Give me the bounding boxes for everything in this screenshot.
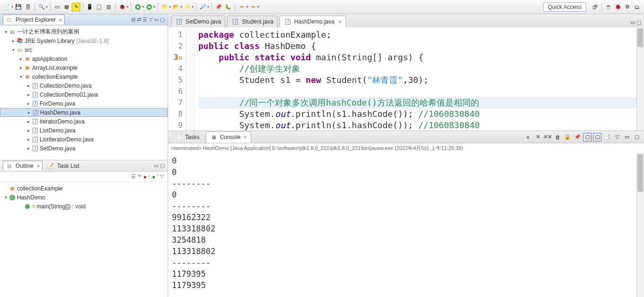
minimize-icon[interactable]: ▭ [154,16,159,23]
scroll-lock-icon[interactable]: 🔒 [563,133,572,141]
remove-all-icon[interactable]: ✖✖ [543,133,552,141]
tasklist-title: Task List [57,163,79,169]
run-icon[interactable] [134,3,142,11]
hide-static-icon[interactable]: ˢ [148,173,150,180]
menu-icon[interactable]: ▽ [160,173,164,180]
maximize-icon[interactable]: ▢ [633,133,641,141]
new-console-icon[interactable]: 📑 [603,133,611,141]
menu-icon[interactable]: ▽ [613,133,621,141]
line-gutter: 123▫456789 [168,27,186,131]
project-explorer-tab[interactable]: 🗀 Project Explorer ✕ [3,15,65,25]
tree-package[interactable]: ▾▣collectionExample [0,72,168,81]
editor-scrollbar[interactable] [636,27,644,131]
tree-package[interactable]: ▸▣apiApplication [0,54,168,63]
minimize-icon[interactable]: ▭ [623,133,631,141]
minimize-icon[interactable]: ▭ [154,163,159,169]
tree-file-selected[interactable]: ▸🄹HashDemo.java [0,108,168,117]
folder-new-icon[interactable]: 📁 [161,3,169,11]
close-icon[interactable]: ✕ [36,164,40,169]
tree-file[interactable]: ▸🄹IteratorDemo.java [0,117,168,126]
tree-project[interactable]: ▾🗁一计之长博客用到的案例 [0,27,168,36]
tree-jre[interactable]: ▸📚JRE System Library [JavaSE-1.8] [0,36,168,45]
folder-open-icon[interactable]: 📂 [172,3,180,11]
hide-fields-icon[interactable]: ● [144,174,147,180]
persp-res-icon[interactable]: 🗂 [633,3,641,11]
code-editor[interactable]: package collectionExample; public class … [195,27,644,131]
tasklist-tab[interactable]: 📝 Task List [44,161,82,171]
outline-tab[interactable]: ⊟ Outline ✕ [3,161,42,171]
hide-local-icon[interactable]: ˡ [157,173,158,180]
task-icon[interactable]: 🐛 [224,3,232,11]
java-file-icon: 🄹 [31,118,39,125]
maximize-icon[interactable]: ▢ [160,163,165,169]
console-tabs-bar: 📄Tasks 🖥Console✕ ■ ✖ ✖✖ 🗑 🔒 📌 🖵 🖵 📑 ▽ ▭ … [168,131,644,143]
pin-console-icon[interactable]: 📌 [573,133,582,141]
console-output[interactable]: 0 0 -------- 0 -------- 99162322 1133188… [168,153,644,297]
tree-file[interactable]: ▸🄹ListIteratorDemo.java [0,135,168,144]
open-console-icon[interactable]: 🖵 [593,133,602,141]
editor-tab[interactable]: 🄹SetDemo.java [171,16,225,27]
tree-src[interactable]: ▾🗁src [0,45,168,54]
quick-access[interactable]: Quick Access [543,2,586,12]
console-scrollbar[interactable] [636,153,644,297]
save-icon[interactable]: 💾 [14,3,23,11]
persp-debug-icon[interactable]: 🐞 [614,3,622,11]
search-icon[interactable]: 🔍 [37,3,46,11]
editor-tab[interactable]: 🄹Student.java [227,16,278,27]
maximize-icon[interactable]: ▢ [636,19,641,25]
package-icon: ▣ [8,185,16,192]
menu-icon[interactable]: ▽ [149,16,153,23]
remove-launch-icon[interactable]: ✖ [534,133,542,141]
package-icon: ▣ [24,55,31,63]
grid-icon[interactable]: ▥ [104,3,113,11]
tree-package[interactable]: ▸▣ArrayList.example [0,63,168,72]
java-file-icon: 🄹 [31,136,39,143]
persp-javaee-icon[interactable]: ⚙ [623,3,632,11]
tree-file[interactable]: ▸🄹SetDemo.java [0,144,168,153]
close-icon[interactable]: ✕ [59,17,62,23]
stop-icon[interactable]: ■ [524,133,532,141]
java-file-icon: 🄹 [31,91,39,99]
run-ext-icon[interactable] [145,3,153,11]
editor-tab-active[interactable]: 🄹HashDemo.java✕ [280,16,346,27]
console-tab[interactable]: 🖥Console✕ [206,132,251,143]
minimize-icon[interactable]: ▭ [630,19,635,25]
doc-icon[interactable]: 📋 [95,3,103,11]
tree-file[interactable]: ▸🄹CollectionDemo01.java [0,90,168,99]
persp-open-icon[interactable]: 🗗 [591,3,599,11]
outline-class[interactable]: ▾CHashDemo [0,193,168,202]
tree-file[interactable]: ▸🄹ForDemo.java [0,99,168,108]
debug-icon[interactable]: 🐞 [118,3,127,11]
pin-icon[interactable]: 📌 [214,3,223,11]
outline-method[interactable]: S main(String[]) : void [0,202,168,211]
outline-package[interactable]: ▣collectionExample [0,184,168,193]
fwd-icon[interactable]: ➡ [249,3,257,11]
focus-icon[interactable]: ☰ [131,173,136,180]
clear-icon[interactable]: 🗑 [553,133,562,141]
collapse-icon[interactable]: ⊟ [131,16,136,23]
toggle2-icon[interactable]: ▦ [62,3,71,11]
display-icon[interactable]: 🖵 [583,133,592,141]
back-icon[interactable]: ⬅ [237,3,246,11]
tree-file[interactable]: ▸🄹CollectionDemo.java [0,81,168,90]
outline-tree: ▣collectionExample ▾CHashDemo S main(Str… [0,182,168,297]
hide-nonpub-icon[interactable]: ● [152,174,155,180]
maximize-icon[interactable]: ▢ [160,16,165,23]
new-icon[interactable]: 📄 [3,3,11,11]
close-icon[interactable]: ✕ [243,134,247,140]
persp-java-icon[interactable]: ☕ [604,3,613,11]
close-icon[interactable]: ✕ [338,19,342,25]
highlight-icon[interactable]: ✎ [72,3,80,11]
save-all-icon[interactable]: 🗄 [24,3,32,11]
java-file-icon: 🄹 [31,145,39,152]
fold-gutter[interactable] [186,27,195,131]
tree-file[interactable]: ▸🄹ListDemo.java [0,126,168,135]
toggle1-icon[interactable]: ▭ [53,3,61,11]
link-icon[interactable]: ⇄ [137,16,141,23]
focus-icon[interactable]: ☰ [143,16,147,23]
phone-icon[interactable]: 📱 [85,3,94,11]
sort-icon[interactable]: ᵃᶻ [138,173,142,180]
wand-icon[interactable]: ✨ [183,3,192,11]
search2-icon[interactable]: 🔎 [199,3,207,11]
tasks-tab[interactable]: 📄Tasks [171,132,204,143]
